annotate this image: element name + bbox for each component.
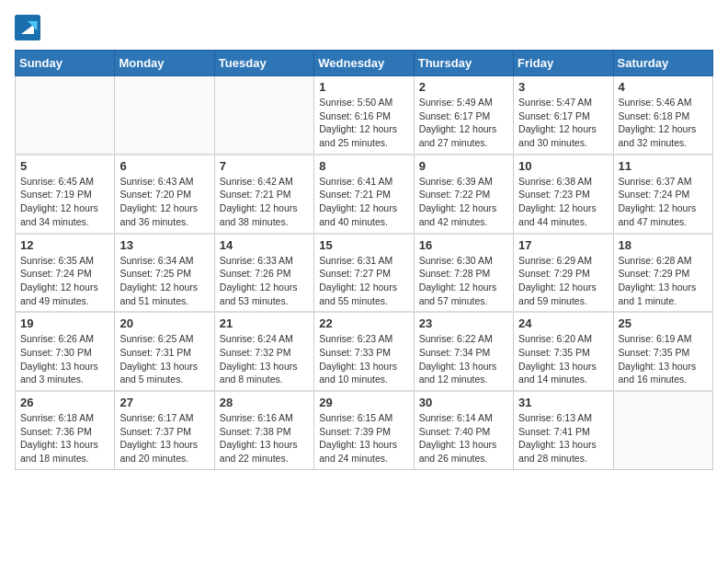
calendar-cell: 18Sunrise: 6:28 AM Sunset: 7:29 PM Dayli…: [613, 234, 712, 313]
day-number: 18: [619, 238, 708, 252]
day-number: 6: [119, 159, 209, 173]
day-number: 11: [619, 159, 708, 173]
page-header: [15, 15, 713, 40]
day-info: Sunrise: 6:28 AM Sunset: 7:29 PM Dayligh…: [619, 254, 708, 308]
day-info: Sunrise: 6:24 AM Sunset: 7:32 PM Dayligh…: [220, 332, 309, 386]
day-info: Sunrise: 6:17 AM Sunset: 7:37 PM Dayligh…: [119, 411, 209, 465]
calendar-cell: 24Sunrise: 6:20 AM Sunset: 7:35 PM Dayli…: [514, 312, 613, 391]
day-info: Sunrise: 6:42 AM Sunset: 7:21 PM Dayligh…: [220, 175, 309, 229]
day-number: 4: [619, 80, 708, 94]
calendar-cell: 11Sunrise: 6:37 AM Sunset: 7:24 PM Dayli…: [613, 155, 712, 234]
calendar-week-row: 26Sunrise: 6:18 AM Sunset: 7:36 PM Dayli…: [16, 391, 713, 469]
calendar-cell: 22Sunrise: 6:23 AM Sunset: 7:33 PM Dayli…: [314, 312, 414, 391]
calendar-cell: 27Sunrise: 6:17 AM Sunset: 7:37 PM Dayli…: [115, 391, 214, 469]
day-info: Sunrise: 6:37 AM Sunset: 7:24 PM Dayligh…: [619, 175, 708, 229]
day-info: Sunrise: 6:23 AM Sunset: 7:33 PM Dayligh…: [319, 332, 408, 386]
logo: [15, 15, 42, 40]
day-number: 10: [518, 159, 608, 173]
day-info: Sunrise: 6:34 AM Sunset: 7:25 PM Dayligh…: [119, 254, 209, 308]
day-info: Sunrise: 6:38 AM Sunset: 7:23 PM Dayligh…: [518, 175, 608, 229]
calendar-cell: 29Sunrise: 6:15 AM Sunset: 7:39 PM Dayli…: [314, 391, 414, 469]
calendar-cell: 25Sunrise: 6:19 AM Sunset: 7:35 PM Dayli…: [613, 312, 712, 391]
day-info: Sunrise: 6:43 AM Sunset: 7:20 PM Dayligh…: [119, 175, 209, 229]
day-number: 30: [419, 396, 508, 409]
calendar-cell: [16, 76, 115, 155]
day-number: 26: [20, 396, 109, 409]
day-info: Sunrise: 6:15 AM Sunset: 7:39 PM Dayligh…: [319, 411, 408, 465]
calendar-cell: 23Sunrise: 6:22 AM Sunset: 7:34 PM Dayli…: [414, 312, 513, 391]
day-number: 22: [319, 316, 408, 330]
calendar-week-row: 5Sunrise: 6:45 AM Sunset: 7:19 PM Daylig…: [16, 155, 713, 234]
day-number: 9: [419, 159, 508, 173]
day-header-wednesday: Wednesday: [314, 51, 414, 76]
day-info: Sunrise: 6:18 AM Sunset: 7:36 PM Dayligh…: [20, 411, 109, 465]
day-info: Sunrise: 6:14 AM Sunset: 7:40 PM Dayligh…: [419, 411, 508, 465]
calendar-cell: 19Sunrise: 6:26 AM Sunset: 7:30 PM Dayli…: [16, 312, 115, 391]
calendar-cell: 26Sunrise: 6:18 AM Sunset: 7:36 PM Dayli…: [16, 391, 115, 469]
day-number: 12: [20, 238, 109, 252]
calendar-cell: 21Sunrise: 6:24 AM Sunset: 7:32 PM Dayli…: [214, 312, 313, 391]
day-number: 3: [518, 80, 608, 94]
day-header-tuesday: Tuesday: [214, 51, 313, 76]
day-header-friday: Friday: [514, 51, 613, 76]
day-number: 28: [220, 396, 309, 409]
day-number: 29: [319, 396, 408, 409]
day-info: Sunrise: 5:47 AM Sunset: 6:17 PM Dayligh…: [518, 96, 608, 150]
calendar-cell: 10Sunrise: 6:38 AM Sunset: 7:23 PM Dayli…: [514, 155, 613, 234]
day-info: Sunrise: 6:30 AM Sunset: 7:28 PM Dayligh…: [419, 254, 508, 308]
calendar-cell: 20Sunrise: 6:25 AM Sunset: 7:31 PM Dayli…: [115, 312, 214, 391]
day-number: 17: [518, 238, 608, 252]
day-info: Sunrise: 6:29 AM Sunset: 7:29 PM Dayligh…: [518, 254, 608, 308]
calendar-cell: 15Sunrise: 6:31 AM Sunset: 7:27 PM Dayli…: [314, 234, 414, 313]
day-number: 14: [220, 238, 309, 252]
calendar-cell: 28Sunrise: 6:16 AM Sunset: 7:38 PM Dayli…: [214, 391, 313, 469]
day-number: 21: [220, 316, 309, 330]
calendar-cell: 2Sunrise: 5:49 AM Sunset: 6:17 PM Daylig…: [414, 76, 513, 155]
day-info: Sunrise: 6:19 AM Sunset: 7:35 PM Dayligh…: [619, 332, 708, 386]
calendar-cell: 30Sunrise: 6:14 AM Sunset: 7:40 PM Dayli…: [414, 391, 513, 469]
day-number: 25: [619, 316, 708, 330]
day-info: Sunrise: 5:49 AM Sunset: 6:17 PM Dayligh…: [419, 96, 508, 150]
day-number: 19: [20, 316, 109, 330]
calendar-week-row: 19Sunrise: 6:26 AM Sunset: 7:30 PM Dayli…: [16, 312, 713, 391]
calendar-cell: 4Sunrise: 5:46 AM Sunset: 6:18 PM Daylig…: [613, 76, 712, 155]
calendar-cell: 14Sunrise: 6:33 AM Sunset: 7:26 PM Dayli…: [214, 234, 313, 313]
day-number: 8: [319, 159, 408, 173]
day-info: Sunrise: 6:22 AM Sunset: 7:34 PM Dayligh…: [419, 332, 508, 386]
calendar-cell: 6Sunrise: 6:43 AM Sunset: 7:20 PM Daylig…: [115, 155, 214, 234]
day-info: Sunrise: 5:46 AM Sunset: 6:18 PM Dayligh…: [619, 96, 708, 150]
day-number: 16: [419, 238, 508, 252]
day-info: Sunrise: 6:31 AM Sunset: 7:27 PM Dayligh…: [319, 254, 408, 308]
day-info: Sunrise: 6:33 AM Sunset: 7:26 PM Dayligh…: [220, 254, 309, 308]
calendar-header-row: SundayMondayTuesdayWednesdayThursdayFrid…: [16, 51, 713, 76]
calendar-cell: [613, 391, 712, 469]
day-info: Sunrise: 6:20 AM Sunset: 7:35 PM Dayligh…: [518, 332, 608, 386]
day-header-saturday: Saturday: [613, 51, 712, 76]
day-number: 24: [518, 316, 608, 330]
day-header-sunday: Sunday: [16, 51, 115, 76]
day-header-monday: Monday: [115, 51, 214, 76]
calendar-week-row: 12Sunrise: 6:35 AM Sunset: 7:24 PM Dayli…: [16, 234, 713, 313]
calendar-cell: 31Sunrise: 6:13 AM Sunset: 7:41 PM Dayli…: [514, 391, 613, 469]
day-info: Sunrise: 5:50 AM Sunset: 6:16 PM Dayligh…: [319, 96, 408, 150]
day-number: 13: [119, 238, 209, 252]
calendar-cell: [115, 76, 214, 155]
day-info: Sunrise: 6:35 AM Sunset: 7:24 PM Dayligh…: [20, 254, 109, 308]
calendar-cell: 7Sunrise: 6:42 AM Sunset: 7:21 PM Daylig…: [214, 155, 313, 234]
calendar-cell: 12Sunrise: 6:35 AM Sunset: 7:24 PM Dayli…: [16, 234, 115, 313]
day-info: Sunrise: 6:39 AM Sunset: 7:22 PM Dayligh…: [419, 175, 508, 229]
calendar-cell: 3Sunrise: 5:47 AM Sunset: 6:17 PM Daylig…: [514, 76, 613, 155]
calendar-cell: 5Sunrise: 6:45 AM Sunset: 7:19 PM Daylig…: [16, 155, 115, 234]
calendar-week-row: 1Sunrise: 5:50 AM Sunset: 6:16 PM Daylig…: [16, 76, 713, 155]
day-info: Sunrise: 6:45 AM Sunset: 7:19 PM Dayligh…: [20, 175, 109, 229]
day-info: Sunrise: 6:13 AM Sunset: 7:41 PM Dayligh…: [518, 411, 608, 465]
day-header-thursday: Thursday: [414, 51, 513, 76]
day-number: 7: [220, 159, 309, 173]
calendar-cell: 17Sunrise: 6:29 AM Sunset: 7:29 PM Dayli…: [514, 234, 613, 313]
day-number: 27: [119, 396, 209, 409]
calendar-cell: 16Sunrise: 6:30 AM Sunset: 7:28 PM Dayli…: [414, 234, 513, 313]
day-number: 5: [20, 159, 109, 173]
day-number: 31: [518, 396, 608, 409]
day-number: 15: [319, 238, 408, 252]
logo-icon: [15, 15, 40, 40]
